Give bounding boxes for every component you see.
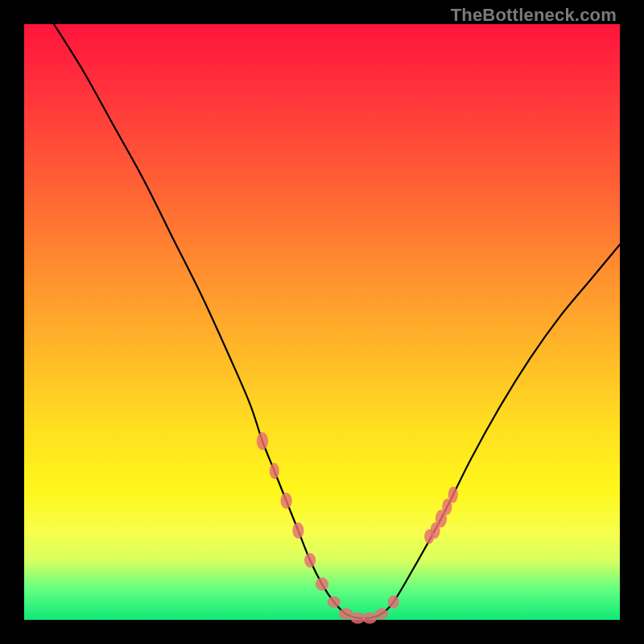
marker-point	[257, 432, 268, 450]
marker-point	[292, 522, 303, 539]
marker-point	[304, 553, 316, 568]
highlight-markers	[257, 432, 458, 624]
marker-point	[316, 578, 328, 591]
marker-point	[362, 613, 377, 624]
marker-point	[270, 463, 279, 479]
plot-area	[24, 24, 620, 620]
bottleneck-curve	[54, 24, 620, 618]
marker-point	[328, 597, 341, 608]
chart-frame: TheBottleneck.com	[0, 0, 644, 644]
marker-point	[448, 487, 458, 503]
marker-point	[388, 596, 399, 609]
marker-point	[281, 493, 292, 509]
watermark-text: TheBottleneck.com	[451, 5, 617, 26]
marker-point	[375, 609, 388, 620]
chart-svg	[24, 24, 620, 620]
